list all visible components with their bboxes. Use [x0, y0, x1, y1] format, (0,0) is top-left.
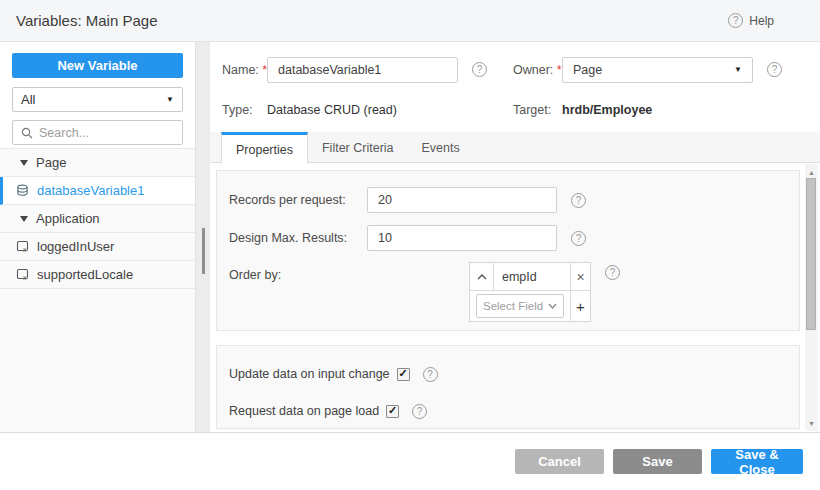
caret-down-icon [20, 160, 28, 166]
tree-item-label: databaseVariable1 [37, 183, 144, 198]
order-by-widget: empId × Select Field + [469, 262, 591, 322]
scroll-down-arrow-icon[interactable]: ▼ [805, 417, 818, 429]
remove-order-field-button[interactable]: × [570, 263, 590, 291]
type-value: Database CRUD (read) [267, 103, 397, 117]
tree-item-label: supportedLocale [37, 267, 133, 282]
caret-down-icon [20, 216, 28, 222]
update-on-input-help-icon[interactable]: ? [423, 367, 438, 382]
request-on-load-label: Request data on page load [229, 404, 379, 418]
order-by-field-value: empId [494, 270, 537, 284]
design-max-results-value: 10 [378, 231, 392, 245]
new-variable-button[interactable]: New Variable [12, 53, 183, 78]
records-per-request-help-icon[interactable]: ? [571, 193, 586, 208]
help-icon: ? [728, 13, 743, 28]
records-per-request-row: Records per request: 20 ? [229, 187, 586, 213]
save-and-close-button[interactable]: Save & Close [711, 449, 803, 474]
order-by-row: Order by: empId × Select Field [229, 262, 620, 324]
tree-group-label: Page [36, 155, 66, 170]
sort-ascending-button[interactable] [470, 263, 494, 290]
checkmark-icon: ✓ [388, 405, 397, 416]
name-help-icon[interactable]: ? [472, 62, 487, 77]
checkmark-icon: ✓ [398, 368, 407, 379]
request-on-load-row: Request data on page load ✓ ? [229, 401, 427, 421]
page-title: Variables: Main Page [16, 12, 157, 29]
target-label: Target: [513, 103, 551, 117]
select-field-wrap: Select Field [470, 291, 570, 321]
scroll-up-arrow-icon[interactable]: ▲ [805, 166, 818, 178]
design-max-results-row: Design Max. Results: 10 ? [229, 225, 586, 251]
tab-properties[interactable]: Properties [221, 132, 308, 164]
tree-item-supportedlocale[interactable]: x supportedLocale [0, 261, 195, 289]
select-field-placeholder: Select Field [483, 300, 543, 312]
svg-text:x: x [23, 274, 27, 281]
tree-group-application[interactable]: Application [0, 205, 195, 233]
database-variable-icon [16, 184, 29, 197]
search-placeholder: Search... [39, 126, 89, 140]
add-order-field-button[interactable]: + [570, 291, 590, 321]
sidebar-scrollbar-thumb[interactable] [202, 228, 205, 274]
target-value: hrdb/Employee [562, 103, 652, 117]
type-label: Type: [222, 103, 253, 117]
sidebar-scrollbar[interactable] [196, 42, 210, 432]
owner-help-icon[interactable]: ? [767, 62, 782, 77]
help-button[interactable]: ? Help [728, 13, 774, 28]
variable-filter-value: All [21, 92, 35, 107]
owner-select-value: Page [573, 63, 602, 77]
tab-events[interactable]: Events [408, 132, 474, 163]
content-scrollbar[interactable]: ▲ ▼ [805, 164, 818, 431]
required-marker: * [557, 63, 562, 77]
tree-group-label: Application [36, 211, 100, 226]
select-field-dropdown[interactable]: Select Field [476, 294, 564, 318]
records-per-request-value: 20 [378, 193, 392, 207]
properties-tab-content: Records per request: 20 ? Design Max. Re… [210, 163, 820, 432]
order-by-help-icon[interactable]: ? [605, 265, 620, 280]
update-on-input-label: Update data on input change [229, 367, 390, 381]
owner-select[interactable]: Page ▼ [562, 57, 753, 83]
dropdown-arrow-icon: ▼ [166, 96, 174, 104]
design-max-results-label: Design Max. Results: [229, 231, 367, 245]
owner-label: Owner: * [513, 63, 562, 77]
data-settings-panel: Records per request: 20 ? Design Max. Re… [216, 170, 800, 331]
order-by-field-row: empId [470, 263, 570, 291]
tree-group-page[interactable]: Page [0, 149, 195, 177]
order-by-label: Order by: [229, 262, 469, 288]
save-button[interactable]: Save [613, 449, 702, 474]
content-scrollbar-thumb[interactable] [806, 178, 816, 330]
chevron-down-icon [548, 303, 557, 309]
behavior-panel: Update data on input change ✓ ? Request … [216, 345, 800, 429]
name-field[interactable]: databaseVariable1 [267, 57, 458, 83]
variable-filter-select[interactable]: All ▼ [12, 87, 183, 112]
help-label: Help [749, 14, 774, 28]
update-on-input-row: Update data on input change ✓ ? [229, 364, 438, 384]
cancel-button[interactable]: Cancel [515, 449, 604, 474]
request-on-load-help-icon[interactable]: ? [412, 404, 427, 419]
variable-detail-panel: Name: * databaseVariable1 ? Owner: * Pag… [210, 42, 820, 432]
design-max-results-field[interactable]: 10 [367, 225, 557, 251]
name-label: Name: * [222, 63, 267, 77]
variables-sidebar: New Variable All ▼ Search... Page databa… [0, 42, 196, 432]
dropdown-arrow-icon: ▼ [734, 66, 742, 74]
tree-item-databasevariable1[interactable]: databaseVariable1 [0, 177, 195, 205]
name-field-value: databaseVariable1 [278, 63, 381, 77]
model-variable-icon: x [16, 268, 29, 281]
request-on-load-checkbox[interactable]: ✓ [386, 405, 399, 418]
variables-tree: Page databaseVariable1 Application x log… [0, 148, 195, 289]
svg-text:x: x [23, 246, 27, 253]
tree-item-label: loggedInUser [37, 239, 114, 254]
variable-search-input[interactable]: Search... [12, 120, 183, 145]
dialog-footer: Cancel Save Save & Close [0, 432, 820, 490]
detail-tabs: Properties Filter Criteria Events [210, 132, 820, 163]
variables-dialog: Variables: Main Page ? Help New Variable… [0, 0, 820, 490]
dialog-header: Variables: Main Page ? Help [0, 0, 820, 42]
tab-filter-criteria[interactable]: Filter Criteria [308, 132, 408, 163]
records-per-request-field[interactable]: 20 [367, 187, 557, 213]
records-per-request-label: Records per request: [229, 193, 367, 207]
tree-item-loggedinuser[interactable]: x loggedInUser [0, 233, 195, 261]
design-max-results-help-icon[interactable]: ? [571, 231, 586, 246]
model-variable-icon: x [16, 240, 29, 253]
search-icon [21, 127, 33, 139]
update-on-input-checkbox[interactable]: ✓ [397, 368, 410, 381]
